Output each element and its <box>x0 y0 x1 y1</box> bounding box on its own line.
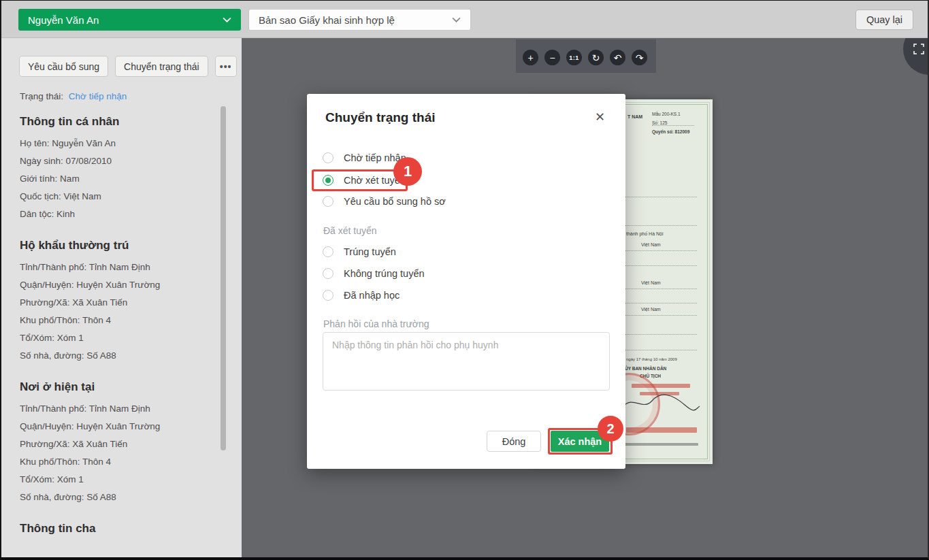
radio-label: Không trúng tuyển <box>344 268 425 279</box>
info-item: Tỉnh/Thành phố: Tỉnh Nam Định <box>20 259 214 276</box>
doc-city-line: thành phố Hà Nội <box>626 231 663 236</box>
info-item: Phường/Xã: Xã Xuân Tiến <box>20 435 214 453</box>
status-value-link[interactable]: Chờ tiếp nhận <box>69 91 127 101</box>
ruled-line <box>621 225 697 226</box>
feedback-textarea[interactable] <box>323 332 610 391</box>
info-item: Quốc tịch: Việt Nam <box>20 188 214 205</box>
feedback-label: Phản hồi của nhà trường <box>323 318 429 329</box>
radio-label: Yêu cầu bổ sung hồ sơ <box>344 196 446 207</box>
status-line: Trạng thái: Chờ tiếp nhận <box>20 91 127 101</box>
doc-book-line: Quyển số: 812009 <box>652 129 689 134</box>
ruled-line <box>621 265 697 266</box>
radio-option-cho-xet-tuyen[interactable]: Chờ xét tuyển <box>323 173 406 188</box>
info-item: Phường/Xã: Xã Xuân Tiến <box>20 294 214 312</box>
radio-circle <box>323 196 333 207</box>
radio-option-yeu-cau-bo-sung[interactable]: Yêu cầu bổ sung hồ sơ <box>323 194 446 209</box>
radio-option-trung-tuyen[interactable]: Trúng tuyển <box>323 244 396 259</box>
section-title: Hộ khẩu thường trú <box>20 239 214 252</box>
student-select-value: Nguyễn Văn An <box>28 14 99 26</box>
close-icon[interactable]: ✕ <box>595 110 605 124</box>
doc-nationality: Việt Nam <box>641 242 661 247</box>
radio-circle <box>323 246 333 257</box>
sidebar: Yêu cầu bổ sung Chuyển trạng thái ••• Tr… <box>1 38 242 560</box>
change-status-modal: Chuyển trạng thái ✕ Chờ tiếp nhận Chờ xé… <box>307 94 625 469</box>
doc-date-line: ngày 17 tháng 10 năm 2009 <box>626 357 677 361</box>
info-item: Tỉnh/Thành phố: Tỉnh Nam Định <box>20 400 214 418</box>
fine-print-line <box>623 443 698 446</box>
status-label: Trạng thái: <box>20 91 63 101</box>
radio-option-cho-tiep-nhan[interactable]: Chờ tiếp nhận <box>323 150 406 165</box>
section-permanent-residence: Hộ khẩu thường trú Tỉnh/Thành phố: Tỉnh … <box>20 239 214 365</box>
info-item: Khu phố/Thôn: Thôn 4 <box>20 312 214 329</box>
ruled-line <box>621 303 697 303</box>
undo-icon[interactable]: ↶ <box>610 50 625 65</box>
actual-size-button[interactable]: 1:1 <box>566 50 582 65</box>
modal-title: Chuyển trạng thái <box>325 110 436 125</box>
section-current-residence: Nơi ở hiện tại Tỉnh/Thành phố: Tỉnh Nam … <box>20 380 214 506</box>
zoom-in-button[interactable]: + <box>523 50 538 65</box>
section-father-info: Thông tin cha <box>20 522 214 542</box>
section-title: Thông tin cá nhân <box>20 115 214 129</box>
document-select-value: Bản sao Giấy khai sinh hợp lệ <box>259 14 395 26</box>
info-item: Khu phố/Thôn: Thôn 4 <box>20 453 214 471</box>
student-select[interactable]: Nguyễn Văn An <box>18 9 241 31</box>
ruled-line <box>621 250 697 251</box>
confirm-button[interactable]: Xác nhận <box>551 431 609 452</box>
sidebar-actions: Yêu cầu bổ sung Chuyển trạng thái ••• <box>19 56 237 77</box>
radio-option-da-nhap-hoc[interactable]: Đã nhập học <box>323 288 400 303</box>
fullscreen-button[interactable] <box>903 38 929 75</box>
modal-close-button[interactable]: Đóng <box>487 431 541 452</box>
application-window: Nguyễn Văn An Bản sao Giấy khai sinh hợp… <box>0 0 929 560</box>
ruled-line <box>621 350 697 350</box>
section-title: Nơi ở hiện tại <box>20 380 214 394</box>
doc-nationality: Việt Nam <box>641 307 661 312</box>
radio-circle <box>323 268 333 279</box>
section-title: Thông tin cha <box>20 522 214 536</box>
request-supplement-button[interactable]: Yêu cầu bổ sung <box>19 56 108 77</box>
radio-circle <box>323 290 333 301</box>
radio-label: Đã nhập học <box>344 290 400 301</box>
document-select[interactable]: Bản sao Giấy khai sinh hợp lệ <box>248 9 471 31</box>
section-personal-info: Thông tin cá nhân Họ tên: Nguyễn Văn An … <box>20 115 214 223</box>
doc-country-header: T NAM <box>628 114 642 119</box>
change-status-button[interactable]: Chuyển trạng thái <box>115 56 208 77</box>
red-text-line <box>626 427 697 433</box>
doc-form-code: Mẫu 200-KS.1 <box>652 112 681 116</box>
more-options-button[interactable]: ••• <box>215 56 237 77</box>
rotate-icon[interactable]: ↻ <box>588 50 604 65</box>
doc-number-line: Số: 125 <box>652 120 694 126</box>
radio-label: Trúng tuyển <box>344 246 396 257</box>
info-item: Họ tên: Nguyễn Văn An <box>20 135 214 152</box>
ruled-line <box>621 334 697 335</box>
doc-nationality: Việt Nam <box>641 280 661 285</box>
radio-option-khong-trung-tuyen[interactable]: Không trúng tuyển <box>323 266 425 281</box>
info-item: Số nhà, đường: Số A88 <box>20 489 214 506</box>
viewer-toolbar: + − 1:1 ↻ ↶ ↷ <box>516 39 656 73</box>
doc-committee-line: ỦY BAN NHÂN DÂN <box>625 366 666 371</box>
info-item: Giới tính: Nam <box>20 170 214 188</box>
radio-circle <box>323 152 333 163</box>
radio-label: Chờ tiếp nhận <box>344 152 406 163</box>
info-item: Quận/Huyện: Huyện Xuân Trường <box>20 418 214 435</box>
info-item: Quận/Huyện: Huyện Xuân Trường <box>20 276 214 294</box>
ruled-line <box>621 289 697 289</box>
sidebar-scrollbar[interactable] <box>221 106 226 450</box>
back-button[interactable]: Quay lại <box>855 10 913 30</box>
info-item: Tổ/Xóm: Xóm 1 <box>20 471 214 489</box>
group-label-da-xet-tuyen: Đã xét tuyển <box>323 225 377 236</box>
chevron-down-icon <box>452 17 461 22</box>
top-bar: Nguyễn Văn An Bản sao Giấy khai sinh hợp… <box>1 1 929 38</box>
radio-circle-selected <box>323 175 333 186</box>
chevron-down-icon <box>223 17 231 22</box>
info-item: Số nhà, đường: Số A88 <box>20 347 214 365</box>
info-item: Dân tộc: Kinh <box>20 205 214 223</box>
ruled-line <box>621 197 697 197</box>
radio-label: Chờ xét tuyển <box>344 175 406 186</box>
signature <box>619 389 701 416</box>
redo-icon[interactable]: ↷ <box>632 50 647 65</box>
zoom-out-button[interactable]: − <box>544 50 560 65</box>
fullscreen-icon <box>913 44 924 54</box>
ruled-line <box>621 315 697 316</box>
info-item: Ngày sinh: 07/08/2010 <box>20 152 214 170</box>
info-item: Tổ/Xóm: Xóm 1 <box>20 329 214 347</box>
